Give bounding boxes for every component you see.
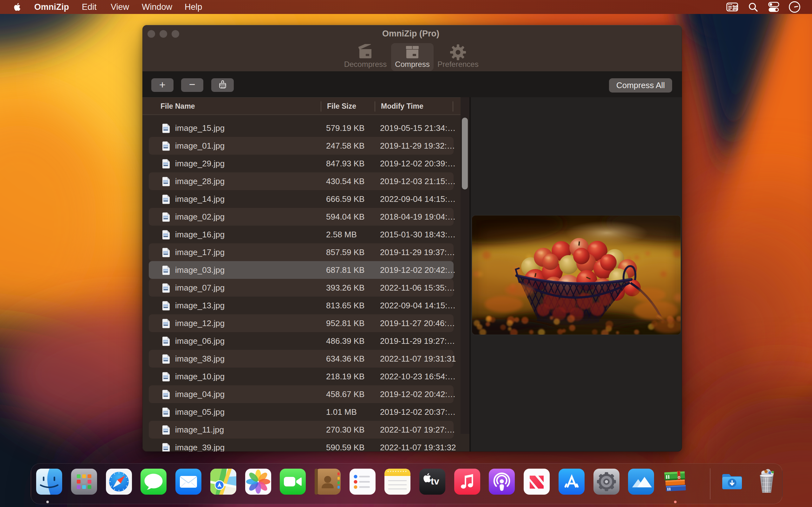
svg-text:tv: tv xyxy=(431,476,439,487)
